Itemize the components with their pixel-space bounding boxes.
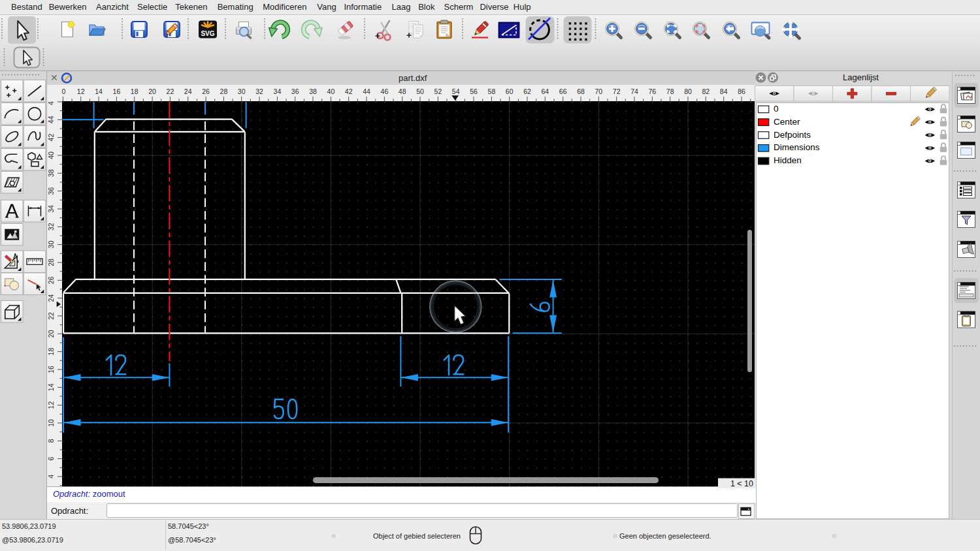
svg-text:SVG: SVG — [201, 30, 214, 37]
svg-text:1 < 10: 1 < 10 — [730, 479, 753, 488]
